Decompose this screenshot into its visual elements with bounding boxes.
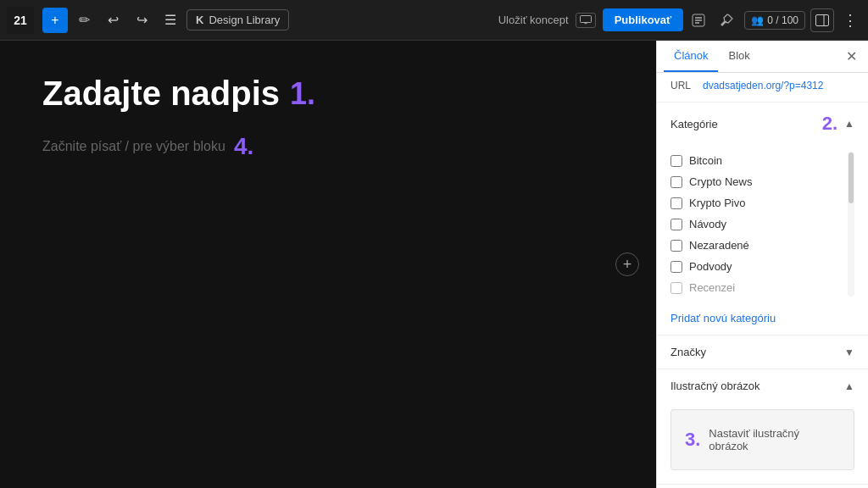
edit-icon-button[interactable] [687,8,710,32]
add-button[interactable]: + [42,8,68,33]
design-library-button[interactable]: K Design Library [186,9,289,30]
scrollbar-thumb [849,152,854,203]
tab-article[interactable]: Článok [664,41,718,72]
krypto-pivo-checkbox[interactable] [670,197,682,209]
navody-label: Návody [689,218,726,230]
sidebar-toggle-button[interactable] [810,8,834,32]
editor-area: Zadajte nadpis 1. Začnite písať / pre vý… [0,41,656,488]
categories-label: Kategórie [670,118,718,130]
pen-button[interactable]: ✏ [71,8,97,33]
placeholder-text: Začnite písať / pre výber bloku [42,139,225,154]
categories-chevron: ▲ [844,118,854,130]
podvody-checkbox[interactable] [670,261,682,273]
sidebar-tabs: Článok Blok ✕ [657,41,868,73]
featured-image-label: Ilustračný obrázok [670,380,760,392]
categories-content: Bitcoin Crypto News Krypto Pivo Náv [657,145,868,307]
more-options-button[interactable]: ⋮ [839,11,861,30]
list-item: Krypto Pivo [670,194,844,212]
sidebar-content: URL dvadsatjeden.org/?p=4312 Kategórie 2… [657,73,868,488]
publish-button[interactable]: Publikovať [603,8,684,31]
editor-title-text[interactable]: Zadajte nadpis [42,75,280,113]
design-library-label: Design Library [209,14,280,26]
list-button[interactable]: ☰ [158,8,183,33]
nezaradene-checkbox[interactable] [670,240,682,252]
featured-image-chevron: ▲ [844,380,854,392]
bitcoin-label: Bitcoin [689,154,722,167]
featured-image-content: 3. Nastaviť ilustračný obrázok [657,402,868,484]
undo-button[interactable]: ↩ [100,8,125,33]
step-2-label: 2. [822,113,837,135]
url-row: URL dvadsatjeden.org/?p=4312 [657,73,868,102]
tags-chevron: ▼ [844,347,854,358]
user-count-label: 0 / 100 [767,14,798,26]
url-section: URL dvadsatjeden.org/?p=4312 [657,73,868,103]
summary-header[interactable]: Zhrnutie ▼ [657,485,868,488]
add-block-button[interactable]: + [615,252,639,276]
list-item: Podvody [670,258,844,275]
url-label: URL [670,80,696,92]
list-item: Návody [670,215,844,233]
save-draft-button[interactable]: Uložiť koncept [498,14,569,26]
bitcoin-checkbox[interactable] [670,155,682,167]
recenzei-checkbox[interactable] [670,282,682,294]
app-logo: 21 [7,7,34,34]
summary-section: Zhrnutie ▼ [657,485,868,488]
krypto-pivo-label: Krypto Pivo [689,197,745,209]
svg-rect-7 [816,14,829,25]
recenzei-label: Recenzei [689,281,735,294]
podvody-label: Podvody [689,260,732,273]
tags-header[interactable]: Značky ▼ [657,336,868,369]
featured-image-section: Ilustračný obrázok ▲ 3. Nastaviť ilustra… [657,369,868,485]
step-3-label: 3. [685,429,700,451]
tab-block[interactable]: Blok [718,41,760,72]
url-value[interactable]: dvadsatjeden.org/?p=4312 [703,80,823,92]
crypto-news-checkbox[interactable] [670,176,682,188]
list-item: Bitcoin [670,152,844,169]
step-1-label: 1. [290,76,315,112]
people-icon: 👥 [751,14,764,26]
svg-rect-0 [580,16,591,23]
sidebar-close-button[interactable]: ✕ [841,47,861,67]
nezaradene-label: Nezaradené [689,239,749,252]
list-item: Crypto News [670,173,844,191]
main-area: Zadajte nadpis 1. Začnite písať / pre vý… [0,41,868,488]
right-sidebar: Článok Blok ✕ URL dvadsatjeden.org/?p=43… [656,41,868,488]
screen-icon[interactable] [576,13,596,28]
add-category-link[interactable]: Pridať novú kategóriu [657,307,868,335]
set-image-button[interactable]: 3. Nastaviť ilustračný obrázok [670,409,854,470]
set-image-label: Nastaviť ilustračný obrázok [709,427,840,452]
list-item: Nezaradené [670,236,844,254]
redo-button[interactable]: ↪ [129,8,154,33]
toolbar-center: Uložiť koncept Publikovať [498,8,684,31]
tags-label: Značky [670,346,706,358]
toolbar: 21 + ✏ ↩ ↪ ☰ K Design Library Uložiť kon… [0,0,868,41]
categories-header[interactable]: Kategórie 2. ▲ [657,103,868,145]
design-lib-icon: K [196,14,203,26]
tools-icon-button[interactable] [715,8,739,32]
editor-title: Zadajte nadpis 1. [42,75,614,113]
navody-checkbox[interactable] [670,219,682,230]
featured-image-header[interactable]: Ilustračný obrázok ▲ [657,369,868,402]
tags-section: Značky ▼ [657,336,868,369]
toolbar-right: 👥 0 / 100 ⋮ [687,8,861,32]
step-4-label: 4. [234,133,253,160]
editor-placeholder[interactable]: Začnite písať / pre výber bloku 4. [42,133,614,160]
list-item: Recenzei [670,279,844,297]
user-count-button[interactable]: 👥 0 / 100 [744,11,805,30]
categories-list: Bitcoin Crypto News Krypto Pivo Náv [670,152,844,297]
categories-scrollbar[interactable] [848,152,854,297]
crypto-news-label: Crypto News [689,175,752,188]
categories-section: Kategórie 2. ▲ Bitcoin Crypt [657,103,868,336]
